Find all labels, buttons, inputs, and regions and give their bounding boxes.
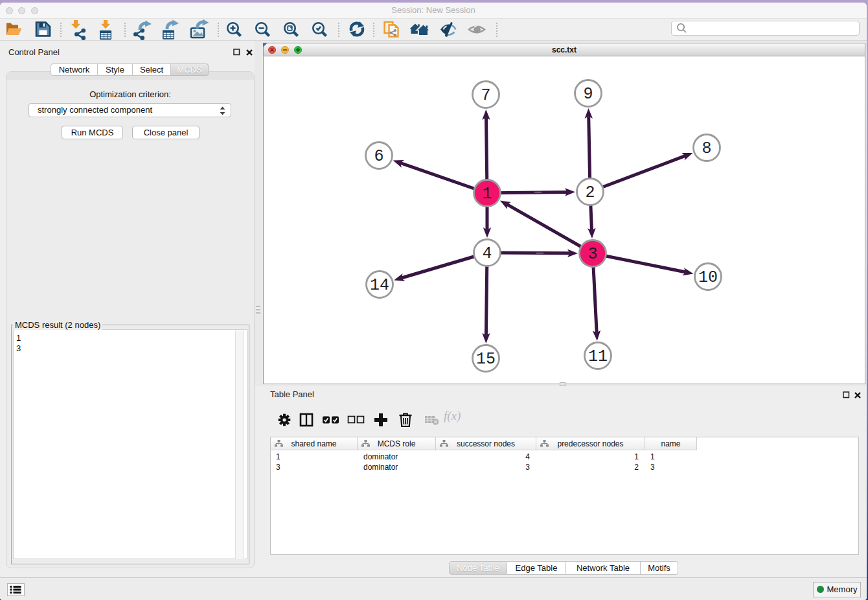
svg-text:3: 3: [588, 245, 597, 264]
svg-text:7: 7: [481, 86, 490, 105]
svg-text:8: 8: [702, 139, 711, 158]
svg-text:1: 1: [482, 185, 492, 203]
svg-text:14: 14: [370, 276, 389, 295]
svg-text:4: 4: [482, 244, 492, 263]
svg-text:9: 9: [583, 85, 593, 104]
svg-text:11: 11: [588, 347, 608, 366]
svg-text:10: 10: [698, 268, 718, 287]
svg-text:15: 15: [476, 350, 496, 369]
svg-text:2: 2: [585, 183, 595, 202]
svg-text:6: 6: [374, 147, 383, 166]
